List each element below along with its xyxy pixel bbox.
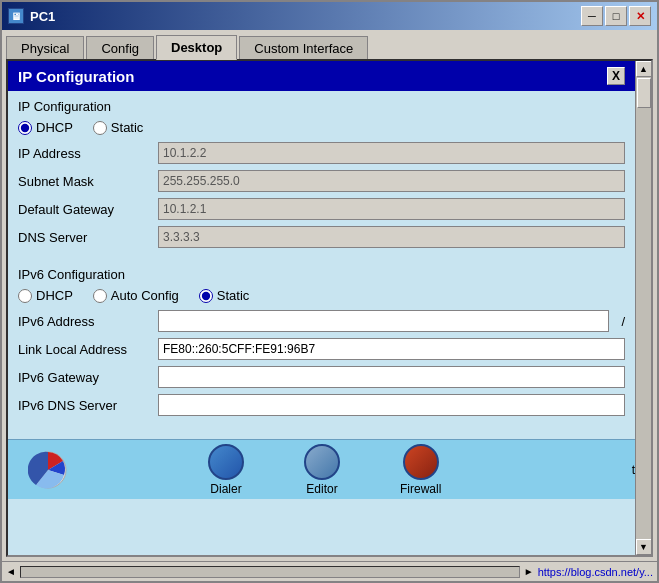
scroll-track [636,77,652,539]
toolbar-item-editor[interactable]: Editor [304,444,340,496]
default-gateway-label: Default Gateway [18,202,148,217]
minimize-button[interactable]: ─ [581,6,603,26]
divider [8,251,635,259]
tab-config[interactable]: Config [86,36,154,60]
ipv6-dns-input[interactable] [158,394,625,416]
subnet-mask-label: Subnet Mask [18,174,148,189]
default-gateway-row: Default Gateway [8,195,635,223]
status-bar: ◄ ► https://blog.csdn.net/y... [2,561,657,581]
title-bar: 🖥 PC1 ─ □ ✕ [2,2,657,30]
ip-config-close-button[interactable]: X [607,67,625,85]
dns-server-row: DNS Server [8,223,635,251]
ipv6-address-row: IPv6 Address / [8,307,635,335]
ipv6-address-label: IPv6 Address [18,314,148,329]
maximize-button[interactable]: □ [605,6,627,26]
toolbar-icon-network[interactable] [28,450,68,490]
ipv6-auto-radio[interactable] [93,289,107,303]
ipv4-section-label: IP Configuration [8,95,635,116]
status-url: https://blog.csdn.net/y... [538,566,653,578]
window-title: PC1 [30,9,55,24]
tab-desktop[interactable]: Desktop [156,35,237,60]
inner-panel: IP Configuration X IP Configuration DHCP [8,61,635,555]
ipv6-mode-row: DHCP Auto Config Static [8,284,635,307]
dialer-label: Dialer [210,482,241,496]
window-icon: 🖥 [8,8,24,24]
tab-custom-interface[interactable]: Custom Interface [239,36,368,60]
editor-icon [304,444,340,480]
ipv6-static-radio[interactable] [199,289,213,303]
ipv6-gateway-row: IPv6 Gateway [8,363,635,391]
link-local-row: Link Local Address [8,335,635,363]
static-radio[interactable] [93,121,107,135]
ipv6-static-radio-label[interactable]: Static [199,288,250,303]
title-bar-left: 🖥 PC1 [8,8,55,24]
dhcp-radio[interactable] [18,121,32,135]
ipv6-section: IPv6 Configuration DHCP Auto Config [8,263,635,419]
scroll-left-button[interactable]: ◄ [6,566,16,577]
ip-address-row: IP Address [8,139,635,167]
title-buttons: ─ □ ✕ [581,6,651,26]
ip-config-header: IP Configuration X [8,61,635,91]
dns-server-input[interactable] [158,226,625,248]
ipv6-dns-label: IPv6 DNS Server [18,398,148,413]
ipv6-dhcp-radio-label[interactable]: DHCP [18,288,73,303]
scroll-thumb[interactable] [637,78,651,108]
main-content: IP Configuration X IP Configuration DHCP [6,59,653,557]
ipv6-section-label: IPv6 Configuration [8,263,635,284]
ipv6-gateway-input[interactable] [158,366,625,388]
dhcp-label: DHCP [36,120,73,135]
subnet-mask-row: Subnet Mask [8,167,635,195]
ipv6-address-input[interactable] [158,310,609,332]
bottom-toolbar: Dialer Editor Firewall t [8,439,635,499]
link-local-input[interactable] [158,338,625,360]
dialer-icon [208,444,244,480]
ip-address-label: IP Address [18,146,148,161]
ipv6-dns-row: IPv6 DNS Server [8,391,635,419]
status-track [20,566,520,578]
static-label: Static [111,120,144,135]
scroll-down-button[interactable]: ▼ [636,539,652,555]
ip-config-panel: IP Configuration X IP Configuration DHCP [8,61,635,429]
dns-server-label: DNS Server [18,230,148,245]
link-local-label: Link Local Address [18,342,148,357]
firewall-label: Firewall [400,482,441,496]
ipv6-slash: / [621,314,625,329]
ipv4-mode-row: DHCP Static [8,116,635,139]
side-t-label: t [630,461,635,479]
ipv6-auto-radio-label[interactable]: Auto Config [93,288,179,303]
static-radio-label[interactable]: Static [93,120,144,135]
ip-address-input[interactable] [158,142,625,164]
network-pie-icon [28,450,68,490]
ipv6-auto-label: Auto Config [111,288,179,303]
scroll-up-button[interactable]: ▲ [636,61,652,77]
toolbar-item-dialer[interactable]: Dialer [208,444,244,496]
scroll-right-button[interactable]: ► [524,566,534,577]
default-gateway-input[interactable] [158,198,625,220]
window: 🖥 PC1 ─ □ ✕ Physical Config Desktop Cust… [0,0,659,583]
tab-physical[interactable]: Physical [6,36,84,60]
dhcp-radio-label[interactable]: DHCP [18,120,73,135]
ip-config-title: IP Configuration [18,68,134,85]
ipv6-dhcp-label: DHCP [36,288,73,303]
window-close-button[interactable]: ✕ [629,6,651,26]
ipv6-static-label: Static [217,288,250,303]
firewall-icon [403,444,439,480]
tabs-row: Physical Config Desktop Custom Interface [2,30,657,59]
editor-label: Editor [306,482,337,496]
subnet-mask-input[interactable] [158,170,625,192]
scrollbar[interactable]: ▲ ▼ [635,61,651,555]
ipv6-gateway-label: IPv6 Gateway [18,370,148,385]
toolbar-item-firewall[interactable]: Firewall [400,444,441,496]
ipv6-dhcp-radio[interactable] [18,289,32,303]
